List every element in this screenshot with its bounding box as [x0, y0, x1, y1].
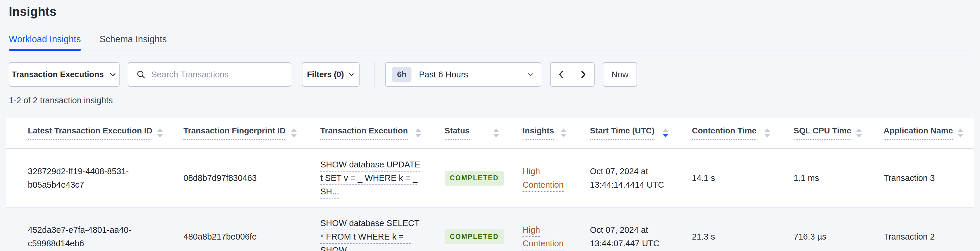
sort-icon: [760, 128, 770, 137]
transaction-execution-link[interactable]: SHOW database SELECT * FROM t WHERE k = …: [320, 219, 419, 251]
fingerprint-id-cell: 480a8b217be006fe: [183, 207, 320, 251]
time-range-label: Past 6 Hours: [419, 70, 468, 80]
search-box[interactable]: [128, 62, 291, 87]
tab-schema-insights[interactable]: Schema Insights: [100, 34, 167, 50]
chevron-down-icon: [109, 71, 117, 78]
page-title: Insights: [9, 0, 971, 19]
now-button-label: Now: [611, 70, 628, 80]
tab-workload-insights[interactable]: Workload Insights: [9, 34, 81, 50]
contention-time-cell: 14.1 s: [692, 149, 794, 207]
sort-desc-icon: [658, 128, 668, 137]
column-header-insights[interactable]: Insights: [523, 118, 590, 149]
sort-icon: [851, 128, 862, 137]
previous-time-range-button[interactable]: [550, 63, 572, 86]
sort-icon: [153, 128, 163, 137]
table-row: 328729d2-ff19-4408-8531-b05a5b4e43c7 08d…: [6, 149, 974, 207]
status-badge: COMPLETED: [445, 171, 504, 185]
next-time-range-button[interactable]: [572, 63, 594, 86]
status-badge: COMPLETED: [445, 229, 504, 244]
column-header-contention-time[interactable]: Contention Time: [692, 118, 794, 149]
sort-icon: [488, 128, 499, 137]
start-time-cell: Oct 07, 2024 at 13:44:07.447 UTC: [590, 207, 692, 251]
column-header-application-name[interactable]: Application Name: [884, 118, 974, 149]
execution-type-select[interactable]: Transaction Executions: [9, 62, 119, 87]
insights-page: Insights Workload Insights Schema Insigh…: [0, 0, 980, 251]
chevron-left-icon: [557, 70, 566, 79]
high-contention-link[interactable]: High Contention: [523, 166, 563, 189]
high-contention-link[interactable]: High Contention: [523, 225, 563, 248]
sort-icon: [953, 128, 963, 137]
time-range-step-group: [550, 62, 595, 87]
column-header-sql-cpu-time[interactable]: SQL CPU Time: [794, 118, 884, 149]
column-header-latest-transaction-execution-id[interactable]: Latest Transaction Execution ID: [6, 118, 183, 149]
sort-icon: [410, 128, 421, 137]
time-range-picker[interactable]: 6h Past 6 Hours: [385, 62, 541, 87]
application-name-cell: Transaction 2: [884, 207, 974, 251]
search-input[interactable]: [151, 70, 283, 80]
chevron-down-icon: [527, 71, 534, 78]
filters-button-label: Filters (0): [307, 70, 344, 79]
status-cell: COMPLETED: [445, 149, 523, 207]
sort-icon: [556, 128, 566, 137]
transaction-execution-cell: SHOW database UPDATE t SET v = _ WHERE k…: [320, 149, 445, 207]
search-icon: [136, 69, 146, 80]
insights-cell: High Contention: [523, 149, 590, 207]
column-header-transaction-execution[interactable]: Transaction Execution: [320, 118, 445, 149]
chevron-down-icon: [348, 71, 355, 78]
column-header-transaction-fingerprint-id[interactable]: Transaction Fingerprint ID: [183, 118, 320, 149]
results-count: 1-2 of 2 transaction insights: [9, 96, 971, 105]
start-time-cell: Oct 07, 2024 at 13:44:14.4414 UTC: [590, 149, 692, 207]
transaction-execution-link[interactable]: SHOW database UPDATE t SET v = _ WHERE k…: [320, 160, 420, 196]
execution-type-select-label: Transaction Executions: [12, 70, 104, 79]
sql-cpu-time-cell: 1.1 ms: [794, 149, 884, 207]
latest-execution-id-cell: 328729d2-ff19-4408-8531-b05a5b4e43c7: [6, 149, 183, 207]
sort-icon: [286, 128, 297, 137]
latest-execution-id-cell: 452da3e7-e7fa-4801-aa40-c59988d14eb6: [6, 207, 183, 251]
toolbar: Transaction Executions Filters (0) 6h Pa…: [9, 62, 971, 87]
application-name-cell: Transaction 3: [884, 149, 974, 207]
column-header-status[interactable]: Status: [445, 118, 523, 149]
now-button[interactable]: Now: [603, 62, 637, 87]
tab-bar: Workload Insights Schema Insights: [9, 34, 971, 50]
column-header-start-time[interactable]: Start Time (UTC): [590, 118, 692, 149]
time-range-badge: 6h: [392, 67, 412, 82]
toolbar-divider: [374, 62, 374, 87]
fingerprint-id-cell: 08d8b7d97f830463: [183, 149, 320, 207]
table-header-row: Latest Transaction Execution ID Transact…: [6, 118, 974, 149]
sql-cpu-time-cell: 716.3 µs: [794, 207, 884, 251]
contention-time-cell: 21.3 s: [692, 207, 794, 251]
status-cell: COMPLETED: [445, 207, 523, 251]
insights-table-card: Latest Transaction Execution ID Transact…: [6, 118, 974, 251]
chevron-right-icon: [579, 70, 588, 79]
transaction-execution-cell: SHOW database SELECT * FROM t WHERE k = …: [320, 207, 445, 251]
insights-cell: High Contention: [523, 207, 590, 251]
transaction-insights-table: Latest Transaction Execution ID Transact…: [6, 118, 974, 251]
filters-button[interactable]: Filters (0): [302, 62, 360, 87]
table-row: 452da3e7-e7fa-4801-aa40-c59988d14eb6 480…: [6, 207, 974, 251]
